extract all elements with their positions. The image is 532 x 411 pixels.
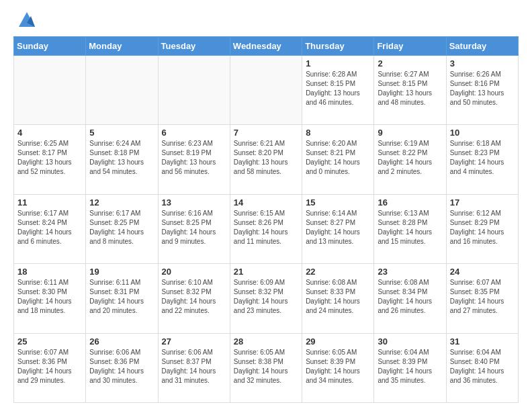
day-number: 22 [306, 267, 370, 277]
day-number: 18 [17, 267, 82, 277]
day-info: Sunrise: 6:18 AMSunset: 8:23 PMDaylight:… [450, 139, 515, 177]
calendar-cell: 18Sunrise: 6:11 AMSunset: 8:30 PMDayligh… [14, 264, 86, 333]
day-info: Sunrise: 6:23 AMSunset: 8:19 PMDaylight:… [162, 139, 226, 177]
day-info: Sunrise: 6:07 AMSunset: 8:36 PMDaylight:… [17, 348, 82, 385]
calendar-cell: 6Sunrise: 6:23 AMSunset: 8:19 PMDaylight… [158, 125, 230, 194]
day-number: 29 [306, 336, 370, 347]
day-number: 12 [89, 197, 154, 208]
day-info: Sunrise: 6:17 AMSunset: 8:24 PMDaylight:… [17, 209, 82, 246]
calendar-cell: 7Sunrise: 6:21 AMSunset: 8:20 PMDaylight… [230, 125, 302, 194]
calendar-cell: 14Sunrise: 6:15 AMSunset: 8:26 PMDayligh… [230, 194, 302, 263]
day-header-thursday: Thursday [302, 37, 374, 56]
day-info: Sunrise: 6:14 AMSunset: 8:27 PMDaylight:… [306, 209, 370, 246]
day-number: 7 [234, 128, 298, 138]
day-header-monday: Monday [86, 37, 158, 56]
calendar-cell: 2Sunrise: 6:27 AMSunset: 8:15 PMDaylight… [374, 56, 446, 125]
week-row-4: 18Sunrise: 6:11 AMSunset: 8:30 PMDayligh… [14, 264, 519, 333]
day-info: Sunrise: 6:15 AMSunset: 8:26 PMDaylight:… [234, 209, 298, 246]
calendar-cell [158, 56, 230, 125]
day-number: 6 [162, 128, 226, 138]
calendar-cell: 21Sunrise: 6:09 AMSunset: 8:32 PMDayligh… [230, 264, 302, 333]
day-number: 14 [234, 197, 298, 208]
calendar-cell: 1Sunrise: 6:28 AMSunset: 8:15 PMDaylight… [302, 56, 374, 125]
calendar-table: SundayMondayTuesdayWednesdayThursdayFrid… [13, 36, 519, 403]
day-header-tuesday: Tuesday [158, 37, 230, 56]
calendar-cell: 25Sunrise: 6:07 AMSunset: 8:36 PMDayligh… [14, 333, 86, 402]
week-row-5: 25Sunrise: 6:07 AMSunset: 8:36 PMDayligh… [14, 333, 519, 402]
calendar-cell: 22Sunrise: 6:08 AMSunset: 8:33 PMDayligh… [302, 264, 374, 333]
day-info: Sunrise: 6:28 AMSunset: 8:15 PMDaylight:… [306, 70, 370, 107]
day-number: 26 [89, 336, 154, 347]
day-number: 23 [378, 267, 442, 277]
day-info: Sunrise: 6:24 AMSunset: 8:18 PMDaylight:… [89, 139, 154, 177]
logo-icon [17, 11, 36, 30]
calendar-cell: 13Sunrise: 6:16 AMSunset: 8:25 PMDayligh… [158, 194, 230, 263]
day-info: Sunrise: 6:27 AMSunset: 8:15 PMDaylight:… [378, 70, 442, 107]
calendar-cell: 30Sunrise: 6:04 AMSunset: 8:39 PMDayligh… [374, 333, 446, 402]
day-number: 19 [89, 267, 154, 277]
day-number: 1 [306, 58, 370, 68]
day-info: Sunrise: 6:09 AMSunset: 8:32 PMDaylight:… [234, 278, 298, 316]
day-info: Sunrise: 6:21 AMSunset: 8:20 PMDaylight:… [234, 139, 298, 177]
day-number: 28 [234, 336, 298, 347]
day-info: Sunrise: 6:05 AMSunset: 8:39 PMDaylight:… [306, 348, 370, 385]
calendar-cell: 4Sunrise: 6:25 AMSunset: 8:17 PMDaylight… [14, 125, 86, 194]
day-info: Sunrise: 6:13 AMSunset: 8:28 PMDaylight:… [378, 209, 442, 246]
calendar-cell: 17Sunrise: 6:12 AMSunset: 8:29 PMDayligh… [446, 194, 518, 263]
day-number: 31 [450, 336, 515, 347]
calendar-cell: 9Sunrise: 6:19 AMSunset: 8:22 PMDaylight… [374, 125, 446, 194]
day-number: 17 [450, 197, 515, 208]
day-info: Sunrise: 6:04 AMSunset: 8:39 PMDaylight:… [378, 348, 442, 385]
day-info: Sunrise: 6:16 AMSunset: 8:25 PMDaylight:… [162, 209, 226, 246]
calendar-cell: 5Sunrise: 6:24 AMSunset: 8:18 PMDaylight… [86, 125, 158, 194]
week-row-1: 1Sunrise: 6:28 AMSunset: 8:15 PMDaylight… [14, 56, 519, 125]
day-info: Sunrise: 6:17 AMSunset: 8:25 PMDaylight:… [89, 209, 154, 246]
day-info: Sunrise: 6:20 AMSunset: 8:21 PMDaylight:… [306, 139, 370, 177]
calendar-cell: 31Sunrise: 6:04 AMSunset: 8:40 PMDayligh… [446, 333, 518, 402]
day-info: Sunrise: 6:10 AMSunset: 8:32 PMDaylight:… [162, 278, 226, 316]
day-info: Sunrise: 6:26 AMSunset: 8:16 PMDaylight:… [450, 70, 515, 107]
day-number: 13 [162, 197, 226, 208]
day-number: 8 [306, 128, 370, 138]
calendar-cell: 27Sunrise: 6:06 AMSunset: 8:37 PMDayligh… [158, 333, 230, 402]
calendar-cell: 20Sunrise: 6:10 AMSunset: 8:32 PMDayligh… [158, 264, 230, 333]
day-info: Sunrise: 6:08 AMSunset: 8:33 PMDaylight:… [306, 278, 370, 316]
day-number: 20 [162, 267, 226, 277]
day-number: 9 [378, 128, 442, 138]
day-number: 10 [450, 128, 515, 138]
calendar-cell: 3Sunrise: 6:26 AMSunset: 8:16 PMDaylight… [446, 56, 518, 125]
day-number: 3 [450, 58, 515, 68]
day-number: 5 [89, 128, 154, 138]
day-number: 2 [378, 58, 442, 68]
page: SundayMondayTuesdayWednesdayThursdayFrid… [0, 0, 532, 411]
day-number: 16 [378, 197, 442, 208]
day-number: 4 [17, 128, 82, 138]
day-info: Sunrise: 6:07 AMSunset: 8:35 PMDaylight:… [450, 278, 515, 316]
day-number: 30 [378, 336, 442, 347]
calendar-cell: 28Sunrise: 6:05 AMSunset: 8:38 PMDayligh… [230, 333, 302, 402]
day-number: 25 [17, 336, 82, 347]
calendar-cell: 23Sunrise: 6:08 AMSunset: 8:34 PMDayligh… [374, 264, 446, 333]
day-info: Sunrise: 6:11 AMSunset: 8:30 PMDaylight:… [17, 278, 82, 316]
day-info: Sunrise: 6:12 AMSunset: 8:29 PMDaylight:… [450, 209, 515, 246]
calendar-cell: 11Sunrise: 6:17 AMSunset: 8:24 PMDayligh… [14, 194, 86, 263]
calendar-cell [86, 56, 158, 125]
calendar-cell: 15Sunrise: 6:14 AMSunset: 8:27 PMDayligh… [302, 194, 374, 263]
day-info: Sunrise: 6:25 AMSunset: 8:17 PMDaylight:… [17, 139, 82, 177]
day-info: Sunrise: 6:19 AMSunset: 8:22 PMDaylight:… [378, 139, 442, 177]
calendar-cell [14, 56, 86, 125]
day-header-saturday: Saturday [446, 37, 518, 56]
day-info: Sunrise: 6:08 AMSunset: 8:34 PMDaylight:… [378, 278, 442, 316]
calendar-cell: 29Sunrise: 6:05 AMSunset: 8:39 PMDayligh… [302, 333, 374, 402]
week-row-2: 4Sunrise: 6:25 AMSunset: 8:17 PMDaylight… [14, 125, 519, 194]
day-number: 15 [306, 197, 370, 208]
header [13, 11, 519, 30]
day-info: Sunrise: 6:04 AMSunset: 8:40 PMDaylight:… [450, 348, 515, 385]
day-header-friday: Friday [374, 37, 446, 56]
day-number: 21 [234, 267, 298, 277]
calendar-cell: 12Sunrise: 6:17 AMSunset: 8:25 PMDayligh… [86, 194, 158, 263]
day-number: 11 [17, 197, 82, 208]
calendar-cell [230, 56, 302, 125]
calendar-cell: 26Sunrise: 6:06 AMSunset: 8:36 PMDayligh… [86, 333, 158, 402]
calendar-cell: 16Sunrise: 6:13 AMSunset: 8:28 PMDayligh… [374, 194, 446, 263]
